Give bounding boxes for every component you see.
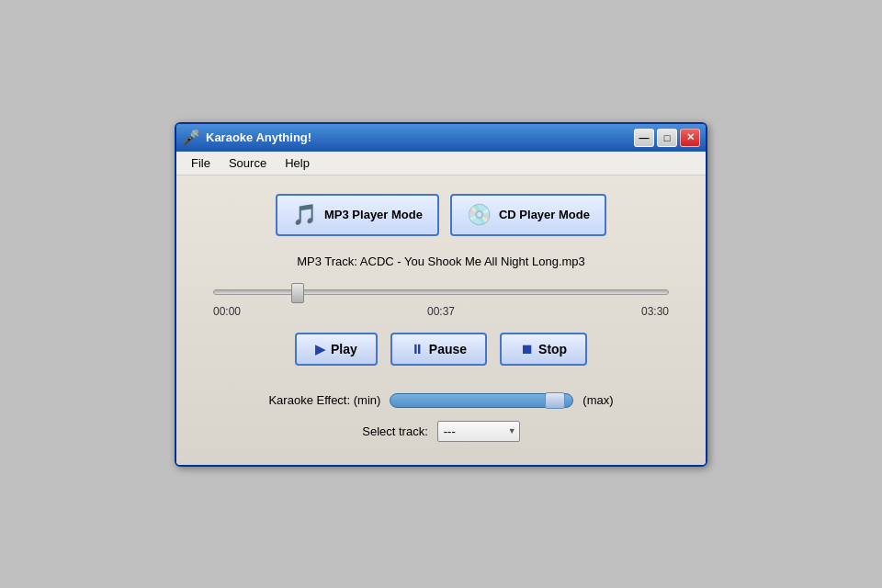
mp3-mode-button[interactable]: 🎵 MP3 Player Mode <box>276 194 439 236</box>
main-window: 🎤 Karaoke Anything! — □ ✕ File Source He… <box>175 122 707 467</box>
pause-button[interactable]: Pause <box>390 333 487 366</box>
progress-labels: 00:00 00:37 03:30 <box>213 305 669 318</box>
progress-area: 00:00 00:37 03:30 <box>213 283 669 318</box>
stop-label: Stop <box>538 342 567 356</box>
restore-button[interactable]: □ <box>657 129 677 147</box>
title-bar-left: 🎤 Karaoke Anything! <box>182 129 311 146</box>
close-button[interactable]: ✕ <box>680 129 700 147</box>
time-start: 00:00 <box>213 305 241 318</box>
menu-file[interactable]: File <box>184 154 218 172</box>
time-end: 03:30 <box>641 305 669 318</box>
window-title: Karaoke Anything! <box>206 130 311 144</box>
cd-mode-button[interactable]: 💿 CD Player Mode <box>450 194 606 236</box>
menu-bar: File Source Help <box>176 152 706 175</box>
mp3-icon: 🎵 <box>292 203 317 227</box>
progress-thumb[interactable] <box>291 283 304 303</box>
play-label: Play <box>331 342 357 356</box>
menu-source[interactable]: Source <box>221 154 274 172</box>
select-wrapper: --- <box>437 421 520 442</box>
playback-buttons: Play Pause Stop <box>204 333 678 366</box>
track-select[interactable]: --- <box>437 421 520 442</box>
select-track-row: Select track: --- <box>204 421 678 442</box>
karaoke-row: Karaoke Effect: (min) (max) <box>204 393 678 408</box>
play-button[interactable]: Play <box>295 333 378 366</box>
karaoke-max-label: (max) <box>582 393 613 407</box>
minimize-button[interactable]: — <box>634 129 654 147</box>
stop-button[interactable]: Stop <box>500 333 587 366</box>
title-controls: — □ ✕ <box>634 129 700 147</box>
cd-icon: 💿 <box>467 203 492 227</box>
select-track-label: Select track: <box>362 424 428 438</box>
progress-bar-bg <box>213 289 669 295</box>
cd-mode-label: CD Player Mode <box>499 208 590 221</box>
karaoke-slider[interactable] <box>390 393 573 408</box>
stop-icon <box>520 342 533 356</box>
pause-icon <box>411 342 424 356</box>
mp3-mode-label: MP3 Player Mode <box>324 208 423 221</box>
progress-track[interactable] <box>213 283 669 301</box>
karaoke-thumb[interactable] <box>545 392 565 409</box>
app-icon: 🎤 <box>182 129 200 146</box>
pause-label: Pause <box>429 342 467 356</box>
main-content: 🎵 MP3 Player Mode 💿 CD Player Mode MP3 T… <box>176 175 706 465</box>
karaoke-label: Karaoke Effect: (min) <box>268 393 380 407</box>
menu-help[interactable]: Help <box>277 154 317 172</box>
mode-buttons: 🎵 MP3 Player Mode 💿 CD Player Mode <box>204 194 678 236</box>
track-info: MP3 Track: ACDC - You Shook Me All Night… <box>204 254 678 268</box>
play-icon <box>315 342 325 356</box>
time-mid: 00:37 <box>427 305 455 318</box>
title-bar: 🎤 Karaoke Anything! — □ ✕ <box>176 124 706 152</box>
